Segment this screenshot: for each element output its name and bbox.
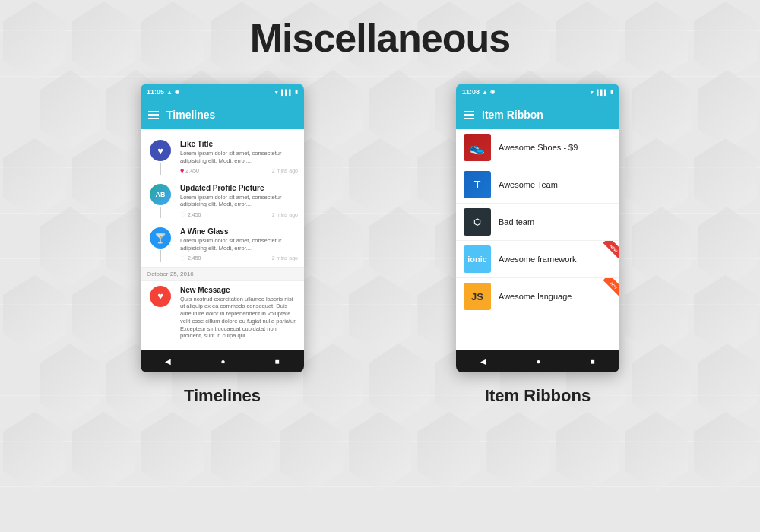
timeline-left: ♥ [147, 286, 174, 343]
date-divider: October 25, 2016 [141, 267, 304, 281]
item-name: Awesome framework [491, 255, 612, 264]
status-right: ▼ ▌▌▌ ▮ [589, 89, 613, 95]
ribbon-inner: NEW [603, 241, 619, 259]
item-meta: ♡ 2,450 2 mins ago [180, 211, 298, 218]
item-text: Lorem ipsum dolor sit amet, consectetur … [180, 150, 298, 165]
item-text: Lorem ipsum dolor sit amet, consectetur … [180, 237, 298, 252]
timeline-item: 🍸 A Wine Glass Lorem ipsum dolor sit ame… [141, 223, 304, 267]
likes-count: ♡ 2,450 [180, 211, 201, 218]
time-stamp: 2 mins ago [272, 255, 298, 261]
page-title: Miscellaneous [0, 0, 760, 61]
timeline-right: A Wine Glass Lorem ipsum dolor sit amet,… [174, 227, 298, 262]
page-content: Miscellaneous 11:05 ▲ ◉ ▼ ▌▌▌ ▮ [0, 0, 760, 532]
timeline-item: ♥ Like Title Lorem ipsum dolor sit amet,… [141, 135, 304, 179]
timeline-right: Updated Profile Picture Lorem ipsum dolo… [174, 184, 298, 219]
bad-team-thumbnail: ⬡ [464, 208, 491, 236]
ribbon-item[interactable]: T Awesome Team [456, 166, 619, 204]
like-icon: ♥ [150, 140, 171, 161]
timelines-bottom-nav: ◀ ● ■ [141, 350, 304, 372]
timelines-status-bar: 11:05 ▲ ◉ ▼ ▌▌▌ ▮ [141, 84, 304, 100]
battery-icon: ▮ [295, 89, 298, 95]
ribbon-label: Item Ribbons [485, 386, 591, 406]
home-button[interactable]: ● [220, 357, 225, 366]
signal-icon: ▲ [166, 89, 173, 96]
menu-icon[interactable] [464, 111, 474, 119]
item-name: Awesome Team [491, 180, 612, 189]
back-button[interactable]: ◀ [480, 357, 486, 366]
ribbon-content: 👟 Awesome Shoes - $9 T Awesome Team [456, 129, 619, 350]
timelines-label: Timelines [184, 386, 261, 406]
time-stamp: 2 mins ago [272, 168, 298, 173]
menu-icon[interactable] [148, 111, 159, 119]
item-name: Awesome Shoes - $9 [491, 143, 612, 152]
battery-icon: ▮ [610, 89, 613, 95]
team-thumbnail: T [464, 171, 491, 198]
status-left: 11:05 ▲ ◉ [147, 88, 179, 96]
status-left: 11:08 ▲ ◉ [462, 88, 495, 96]
ribbon-app-title: Item Ribbon [482, 109, 543, 121]
wifi-bars-icon: ▼ [589, 90, 594, 95]
new-msg-icon: ♥ [150, 286, 171, 307]
ribbon-status-bar: 11:08 ▲ ◉ ▼ ▌▌▌ ▮ [456, 84, 619, 100]
timeline-line [160, 250, 161, 262]
ribbon-inner: HOT [603, 278, 619, 296]
ribbon-item[interactable]: ionic Awesome framework NEW [456, 241, 619, 278]
timelines-app-title: Timelines [166, 109, 215, 121]
ribbon-item[interactable]: ⬡ Bad team [456, 204, 619, 241]
wine-icon: 🍸 [150, 227, 171, 249]
timelines-content: ♥ Like Title Lorem ipsum dolor sit amet,… [141, 129, 304, 350]
timeline-left: AB [147, 184, 174, 219]
signal-icon: ▲ [482, 89, 488, 96]
recent-button[interactable]: ■ [590, 357, 594, 366]
ribbon-corner: HOT [595, 278, 619, 302]
signal-bars-icon: ▌▌▌ [281, 90, 293, 95]
wifi-icon: ◉ [490, 89, 495, 95]
item-text: Lorem ipsum dolor sit amet, consectetur … [180, 194, 298, 209]
item-title: Updated Profile Picture [180, 184, 298, 192]
js-thumbnail: JS [464, 283, 491, 310]
status-time: 11:08 [462, 88, 480, 96]
timeline-right: New Message Quis nostrud exercitation ul… [174, 286, 298, 343]
ribbon-corner: NEW [595, 241, 619, 265]
ribbon-phone-wrapper: 11:08 ▲ ◉ ▼ ▌▌▌ ▮ Item Ribbon [456, 84, 619, 406]
likes-count: ♥ 2,450 [180, 167, 199, 175]
item-title: New Message [180, 286, 298, 294]
timeline-left: 🍸 [147, 227, 174, 262]
timeline-item: ♥ New Message Quis nostrud exercitation … [141, 281, 304, 347]
timelines-phone: 11:05 ▲ ◉ ▼ ▌▌▌ ▮ Timelines [141, 84, 304, 372]
heart-icon: ♡ [180, 255, 186, 262]
home-button[interactable]: ● [536, 357, 540, 366]
timeline-right: Like Title Lorem ipsum dolor sit amet, c… [174, 140, 298, 175]
ribbon-bottom-nav: ◀ ● ■ [456, 350, 619, 372]
ribbon-list: 👟 Awesome Shoes - $9 T Awesome Team [456, 129, 619, 315]
signal-bars-icon: ▌▌▌ [597, 90, 608, 95]
back-button[interactable]: ◀ [165, 357, 171, 366]
ribbon-phone: 11:08 ▲ ◉ ▼ ▌▌▌ ▮ Item Ribbon [456, 84, 619, 372]
timeline-item: AB Updated Profile Picture Lorem ipsum d… [141, 179, 304, 223]
item-title: A Wine Glass [180, 227, 298, 236]
ribbon-item[interactable]: JS Awesome language HOT [456, 278, 619, 315]
heart-icon: ♡ [180, 211, 186, 218]
profile-icon: AB [150, 184, 171, 205]
likes-count: ♡ 2,450 [180, 255, 201, 262]
status-time: 11:05 [147, 88, 164, 96]
phones-container: 11:05 ▲ ◉ ▼ ▌▌▌ ▮ Timelines [0, 84, 760, 406]
ionic-thumbnail: ionic [464, 245, 491, 273]
timelines-phone-wrapper: 11:05 ▲ ◉ ▼ ▌▌▌ ▮ Timelines [141, 84, 304, 406]
heart-icon: ♥ [180, 167, 184, 175]
item-name: Bad team [491, 217, 612, 226]
wifi-bars-icon: ▼ [274, 90, 279, 95]
timelines-app-bar: Timelines [141, 100, 304, 129]
wifi-icon: ◉ [175, 89, 179, 95]
item-title: Like Title [180, 140, 298, 148]
item-name: Awesome language [491, 292, 612, 301]
item-text: Quis nostrud exercitation ullamco labori… [180, 296, 298, 340]
ribbon-item[interactable]: 👟 Awesome Shoes - $9 [456, 129, 619, 166]
timeline-list: ♥ Like Title Lorem ipsum dolor sit amet,… [141, 129, 304, 350]
status-right: ▼ ▌▌▌ ▮ [274, 89, 298, 95]
recent-button[interactable]: ■ [274, 357, 279, 366]
item-meta: ♥ 2,450 2 mins ago [180, 167, 298, 175]
timeline-left: ♥ [147, 140, 174, 175]
timeline-line [160, 207, 161, 219]
shoe-thumbnail: 👟 [464, 134, 491, 161]
